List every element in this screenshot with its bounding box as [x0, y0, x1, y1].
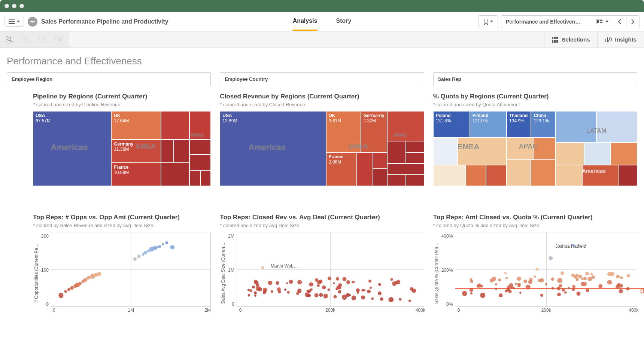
hamburger-icon: [9, 19, 15, 24]
svg-rect-5: [600, 20, 602, 21]
step-back-icon[interactable]: [22, 36, 30, 43]
window-zoom-icon[interactable]: [19, 4, 24, 8]
panel-title: Top Reps: # Opps vs. Opp Amt (Current Qu…: [33, 214, 211, 221]
svg-rect-17: [556, 40, 558, 43]
svg-rect-9: [23, 36, 30, 43]
svg-point-0: [30, 21, 32, 22]
panel-pipeline-treemap[interactable]: Pipeline by Regions (Current Quarter) * …: [7, 93, 211, 186]
scatter-chart[interactable]: [51, 232, 211, 307]
treemap-chart[interactable]: USA13.89M Americas UK3.61M Germa-ny2.32M…: [220, 111, 424, 186]
panel-title: Top Reps: Amt Closed vs. Quota % (Curren…: [433, 214, 637, 221]
panel-title: Pipeline by Regions (Current Quarter): [33, 93, 211, 100]
chevron-right-icon: [631, 19, 635, 24]
panel-opps-scatter[interactable]: Top Reps: # Opps vs. Opp Amt (Current Qu…: [7, 214, 211, 314]
panel-subtitle: * colored and sized by Pipeline Revenue: [33, 102, 211, 107]
prev-sheet-button[interactable]: [613, 16, 626, 28]
caret-down-icon: [490, 21, 493, 23]
tab-story[interactable]: Story: [336, 12, 351, 31]
tab-analysis[interactable]: Analysis: [293, 12, 318, 31]
filter-row: Employee Region Employee Country Sales R…: [0, 72, 644, 93]
svg-rect-13: [554, 37, 556, 39]
panel-quota-treemap[interactable]: % Quota by Regions (Current Quarter) * c…: [433, 93, 637, 186]
svg-point-2: [33, 21, 35, 22]
panel-subtitle: * colored by Sales Revenue and sized by …: [33, 223, 211, 228]
panel-subtitle: * colored and sized by Closed Revenue: [220, 102, 424, 107]
window-titlebar: [0, 0, 644, 12]
point-label: Martin Web…: [271, 263, 298, 269]
caret-down-icon: [605, 21, 608, 23]
bookmark-button[interactable]: [479, 16, 498, 28]
treemap-chart[interactable]: Poland131.8% Finland121.0% EMEA Thailand…: [433, 111, 637, 186]
y-axis-label: Sales Avg Deal Size (Curren…: [220, 232, 227, 314]
panel-closed-avgdeal-scatter[interactable]: Top Reps: Closed Rev vs. Avg Deal (Curre…: [220, 214, 424, 314]
selections-button[interactable]: Selections: [544, 31, 597, 48]
panel-subtitle: * colored by Quota % and sized by Avg De…: [433, 223, 637, 228]
step-forward-icon[interactable]: [39, 36, 46, 43]
panel-title: Closed Revenue by Regions (Current Quart…: [220, 93, 424, 100]
filter-employee-region[interactable]: Employee Region: [7, 72, 211, 86]
selections-icon: [552, 37, 559, 43]
page-title: Performance and Effectiveness: [0, 48, 644, 72]
treemap-chart[interactable]: USA67.57M Americas UK17.64M Germany11.36…: [33, 111, 211, 186]
sheet-nav-group: Performance and Effectiven…: [501, 15, 640, 28]
top-tabs: Analysis Story: [293, 12, 352, 31]
sheet-name: Performance and Effectiven…: [506, 19, 580, 25]
svg-point-8: [8, 38, 11, 41]
svg-rect-4: [597, 20, 599, 23]
panel-title: % Quota by Regions (Current Quarter): [433, 93, 637, 100]
top-bar: Sales Performance Pipeline and Productiv…: [0, 12, 644, 31]
main-menu-button[interactable]: [4, 17, 24, 27]
app-icon: [28, 17, 37, 27]
svg-rect-7: [6, 36, 13, 43]
panel-subtitle: * colored and sized by Avg Deal Size: [220, 223, 424, 228]
insights-icon: [605, 37, 612, 43]
scatter-chart[interactable]: Joshua Hatfield: [455, 232, 637, 307]
selection-tools: [0, 31, 69, 48]
window-close-icon[interactable]: [4, 4, 9, 8]
svg-rect-16: [554, 40, 556, 43]
clear-selections-icon[interactable]: [55, 36, 63, 43]
svg-point-1: [32, 21, 33, 22]
svg-rect-10: [39, 36, 46, 43]
chevron-left-icon: [618, 19, 622, 24]
panel-title: Top Reps: Closed Rev vs. Avg Deal (Curre…: [220, 214, 424, 221]
svg-rect-14: [556, 37, 558, 39]
reference-label: (100%): [640, 288, 644, 294]
svg-rect-12: [552, 37, 553, 39]
sheet-icon: [596, 19, 603, 24]
scatter-chart[interactable]: Martin Web…: [237, 232, 424, 307]
svg-rect-15: [552, 40, 553, 43]
caret-down-icon: [17, 21, 20, 23]
point-label: Joshua Hatfield: [555, 244, 586, 249]
filter-sales-rep[interactable]: Sales Rep: [433, 72, 637, 86]
bookmark-icon: [483, 19, 489, 25]
filter-employee-country[interactable]: Employee Country: [220, 72, 424, 86]
bookmark-group: [479, 15, 498, 28]
sheet-selector[interactable]: Performance and Effectiven…: [501, 16, 613, 28]
window-minimize-icon[interactable]: [12, 4, 16, 8]
app-title: Sales Performance Pipeline and Productiv…: [41, 18, 168, 25]
insights-button[interactable]: Insights: [597, 31, 644, 48]
panel-subtitle: * colored and sized by Quota Attainment: [433, 102, 637, 107]
panel-quota-scatter[interactable]: Top Reps: Amt Closed vs. Quota % (Curren…: [433, 214, 637, 314]
panel-closed-revenue-treemap[interactable]: Closed Revenue by Regions (Current Quart…: [220, 93, 424, 186]
selections-label: Selections: [562, 36, 590, 43]
insights-label: Insights: [615, 36, 637, 43]
smart-search-icon[interactable]: [6, 36, 13, 43]
y-axis-label: Sales Quota % (Current Peri…: [433, 232, 440, 314]
svg-rect-6: [600, 22, 602, 23]
y-axis-label: # Opportunities (Current Pe…: [33, 232, 40, 314]
secondary-toolbar: Selections Insights: [0, 31, 644, 48]
next-sheet-button[interactable]: [626, 16, 639, 28]
